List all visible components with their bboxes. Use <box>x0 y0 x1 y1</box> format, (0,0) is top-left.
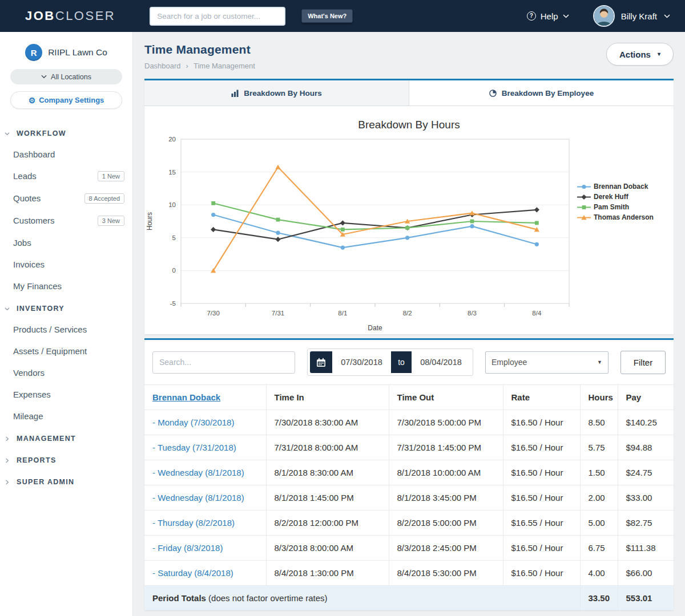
sidebar-item-dashboard[interactable]: Dashboard <box>0 143 132 165</box>
bar-chart-icon <box>231 90 239 97</box>
sidebar-item-my-finances[interactable]: My Finances <box>0 275 132 297</box>
rate-cell: $16.55 / Hour <box>503 510 580 536</box>
caret-down-icon: ▾ <box>658 51 660 57</box>
svg-text:20: 20 <box>168 136 176 143</box>
svg-text:8/1: 8/1 <box>338 310 347 317</box>
help-menu[interactable]: ? Help <box>527 11 569 21</box>
day-link[interactable]: - Monday (7/30/2018) <box>152 418 234 427</box>
day-link[interactable]: - Tuesday (7/31/2018) <box>152 443 236 452</box>
sidebar-item-vendors[interactable]: Vendors <box>0 362 132 383</box>
time-out-cell: 8/2/2018 5:00:00 PM <box>389 510 503 536</box>
sidebar-item-customers[interactable]: Customers3 New <box>0 209 132 232</box>
svg-text:10: 10 <box>168 201 176 208</box>
company-settings-button[interactable]: ⚙ Company Settings <box>10 91 122 109</box>
sidebar-section-reports[interactable]: REPORTS <box>0 449 132 470</box>
company-logo: R <box>25 44 42 61</box>
totals-pay: 553.01 <box>618 586 674 611</box>
sidebar-section-inventory[interactable]: INVENTORY <box>0 298 132 318</box>
sidebar-item-mileage[interactable]: Mileage <box>0 405 132 427</box>
sidebar-item-invoices[interactable]: Invoices <box>0 253 132 275</box>
chevron-down-icon[interactable] <box>664 14 670 18</box>
global-search-input[interactable] <box>150 7 285 26</box>
help-icon: ? <box>527 11 536 21</box>
rate-cell: $16.50 / Hour <box>503 410 580 435</box>
chart-legend: Brennan DobackDerek HuffPam SmithThomas … <box>577 132 673 224</box>
sidebar-item-assets-equipment[interactable]: Assets / Equipment <box>0 340 132 362</box>
breadcrumb-current: Time Management <box>194 62 255 70</box>
calendar-icon <box>316 358 326 367</box>
tab-label: Breakdown By Hours <box>244 89 322 98</box>
app-logo[interactable]: JOBCLOSER <box>25 9 115 23</box>
user-avatar[interactable] <box>593 5 615 27</box>
filter-button[interactable]: Filter <box>620 351 666 374</box>
employee-select-value: Employee <box>491 358 527 367</box>
tab-breakdown-by-employee[interactable]: Breakdown By Employee <box>409 80 674 106</box>
breadcrumb-dashboard[interactable]: Dashboard <box>144 62 181 70</box>
chevron-icon <box>5 436 10 441</box>
sidebar-item-jobs[interactable]: Jobs <box>0 232 132 253</box>
company-header[interactable]: R RIIPL Lawn Co <box>0 40 132 68</box>
item-label: Leads <box>13 171 37 181</box>
col-time-in: Time In <box>266 385 389 410</box>
time-in-cell: 8/2/2018 12:00:00 PM <box>266 510 389 536</box>
sidebar-item-products-services[interactable]: Products / Services <box>0 318 132 340</box>
svg-text:8/2: 8/2 <box>403 310 412 317</box>
time-in-cell: 8/1/2018 8:30:00 AM <box>266 460 389 485</box>
sidebar-item-quotes[interactable]: Quotes8 Accepted <box>0 187 132 209</box>
item-label: Mileage <box>13 411 43 421</box>
day-cell: - Tuesday (7/31/2018) <box>144 435 266 460</box>
time-out-cell: 7/31/2018 1:45:00 PM <box>389 435 503 460</box>
hours-cell: 6.75 <box>580 536 618 561</box>
item-label: Assets / Equipment <box>13 346 87 356</box>
time-out-cell: 7/30/2018 5:00:00 PM <box>389 410 503 435</box>
whats-new-button[interactable]: What's New? <box>301 9 353 23</box>
chevron-icon <box>5 480 10 485</box>
pay-cell: $111.38 <box>618 536 674 561</box>
actions-button[interactable]: Actions ▾ <box>606 43 674 66</box>
rate-cell: $16.50 / Hour <box>503 485 580 510</box>
sidebar-section-workflow[interactable]: WORKFLOW <box>0 123 132 143</box>
help-label: Help <box>541 11 558 21</box>
legend-item: Brennan Doback <box>577 183 673 191</box>
sidebar-nav: WORKFLOWDashboardLeads1 NewQuotes8 Accep… <box>0 123 132 492</box>
time-out-cell: 8/1/2018 3:45:00 PM <box>389 485 503 510</box>
col-pay: Pay <box>618 385 674 410</box>
employee-select[interactable]: Employee ▼ <box>485 351 609 374</box>
sidebar-item-expenses[interactable]: Expenses <box>0 383 132 405</box>
time-in-cell: 7/31/2018 8:00:00 AM <box>266 435 389 460</box>
to-button[interactable]: to <box>391 351 412 373</box>
svg-text:Hours: Hours <box>146 212 154 230</box>
pay-cell: $24.75 <box>618 460 674 485</box>
hours-cell: 2.00 <box>580 485 618 510</box>
day-link[interactable]: - Thursday (8/2/2018) <box>152 518 235 528</box>
time-in-cell: 8/1/2018 1:45:00 PM <box>266 485 389 510</box>
totals-hours: 33.50 <box>580 586 618 611</box>
breadcrumb-separator: › <box>186 62 188 70</box>
chevron-down-icon <box>41 75 47 79</box>
main-content: Time Management Dashboard › Time Managem… <box>133 32 685 616</box>
day-link[interactable]: - Wednesday (8/1/2018) <box>152 468 244 477</box>
time-in-cell: 8/4/2018 1:30:00 PM <box>266 561 389 586</box>
employee-link[interactable]: Brennan Doback <box>152 392 220 402</box>
user-name[interactable]: Billy Kraft <box>621 11 657 21</box>
sidebar-section-super-admin[interactable]: SUPER ADMIN <box>0 471 132 492</box>
section-label: SUPER ADMIN <box>17 478 74 486</box>
chevron-icon <box>5 458 10 463</box>
sidebar-item-leads[interactable]: Leads1 New <box>0 165 132 187</box>
date-to-field[interactable]: 08/04/2018 <box>412 351 470 373</box>
item-badge: 3 New <box>98 216 124 226</box>
sidebar-section-management[interactable]: MANAGEMENT <box>0 428 132 448</box>
svg-text:15: 15 <box>168 169 176 176</box>
day-link[interactable]: - Saturday (8/4/2018) <box>152 568 233 578</box>
company-name: RIIPL Lawn Co <box>48 47 107 58</box>
locations-dropdown[interactable]: All Locations <box>10 69 122 84</box>
table-search-input[interactable] <box>152 351 295 374</box>
chevron-down-icon <box>563 14 569 18</box>
tab-breakdown-by-hours[interactable]: Breakdown By Hours <box>144 80 409 106</box>
day-link[interactable]: - Friday (8/3/2018) <box>152 543 223 553</box>
breadcrumb: Dashboard › Time Management <box>144 62 255 70</box>
col-rate: Rate <box>503 385 580 410</box>
calendar-button[interactable] <box>310 351 332 373</box>
day-link[interactable]: - Wednesday (8/1/2018) <box>152 493 244 502</box>
date-from-field[interactable]: 07/30/2018 <box>332 351 391 373</box>
